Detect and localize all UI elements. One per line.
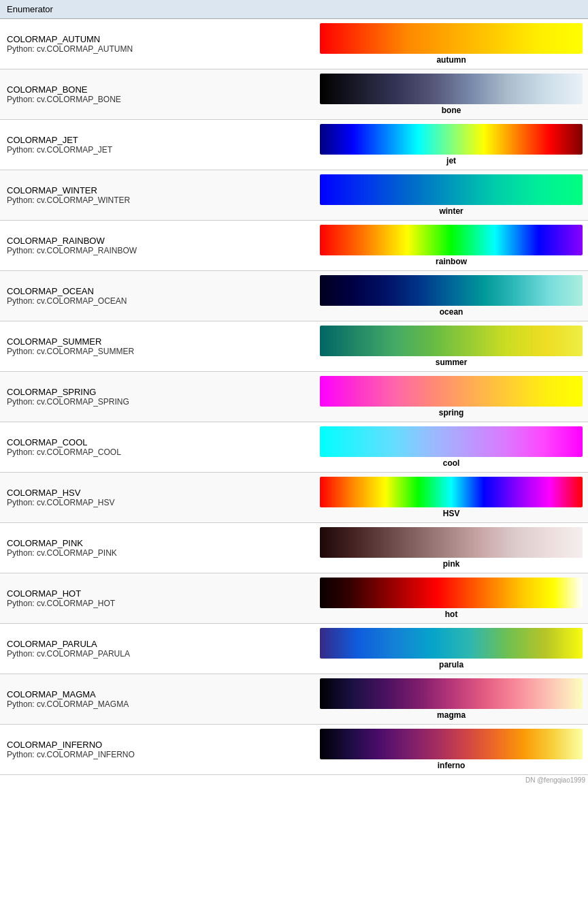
colormap-gradient-cell: ocean (314, 271, 588, 321)
colormap-name-cell: COLORMAP_COOL Python: cv.COLORMAP_COOL (0, 422, 314, 473)
colormap-gradient-cell: summer (314, 321, 588, 372)
colormap-name-cell: COLORMAP_PARULA Python: cv.COLORMAP_PARU… (0, 624, 314, 674)
colormap-python-name: Python: cv.COLORMAP_WINTER (7, 195, 308, 205)
colormap-gradient-cell: hot (314, 573, 588, 624)
gradient-bar-spring (320, 376, 583, 407)
table-row: COLORMAP_WINTER Python: cv.COLORMAP_WINT… (0, 170, 588, 221)
colormap-name-cell: COLORMAP_RAINBOW Python: cv.COLORMAP_RAI… (0, 221, 314, 271)
watermark-text: DN @fengqiao1999 (525, 776, 585, 784)
colormap-enum-name: COLORMAP_INFERNO (7, 740, 308, 750)
colormap-name-cell: COLORMAP_OCEAN Python: cv.COLORMAP_OCEAN (0, 271, 314, 321)
gradient-bar-parula (320, 628, 583, 659)
colormap-python-name: Python: cv.COLORMAP_INFERNO (7, 750, 308, 759)
colormap-gradient-cell: inferno (314, 725, 588, 775)
gradient-bar-magma (320, 678, 583, 709)
colormap-name-cell: COLORMAP_INFERNO Python: cv.COLORMAP_INF… (0, 725, 314, 775)
gradient-label-ocean: ocean (320, 307, 583, 317)
colormap-enum-name: COLORMAP_PINK (7, 538, 308, 548)
table-row: COLORMAP_BONE Python: cv.COLORMAP_BONE b… (0, 69, 588, 120)
gradient-bar-inferno (320, 729, 583, 759)
gradient-bar-bone (320, 74, 583, 104)
colormap-name-cell: COLORMAP_HSV Python: cv.COLORMAP_HSV (0, 473, 314, 523)
gradient-bar-hsv (320, 477, 583, 507)
table-row: COLORMAP_SPRING Python: cv.COLORMAP_SPRI… (0, 372, 588, 422)
colormap-enum-name: COLORMAP_AUTUMN (7, 34, 308, 44)
table-row: COLORMAP_JET Python: cv.COLORMAP_JET jet (0, 120, 588, 170)
colormap-name-cell: COLORMAP_JET Python: cv.COLORMAP_JET (0, 120, 314, 170)
gradient-bar-ocean (320, 275, 583, 306)
gradient-bar-autumn (320, 23, 583, 54)
gradient-bar-summer (320, 326, 583, 356)
colormap-gradient-cell: parula (314, 624, 588, 674)
colormap-enum-name: COLORMAP_SPRING (7, 387, 308, 397)
watermark: DN @fengqiao1999 (0, 775, 588, 785)
colormap-python-name: Python: cv.COLORMAP_OCEAN (7, 296, 308, 306)
colormap-enum-name: COLORMAP_COOL (7, 437, 308, 447)
colormap-python-name: Python: cv.COLORMAP_SPRING (7, 397, 308, 407)
colormap-enum-name: COLORMAP_JET (7, 135, 308, 145)
colormap-python-name: Python: cv.COLORMAP_HOT (7, 599, 308, 608)
colormap-name-cell: COLORMAP_PINK Python: cv.COLORMAP_PINK (0, 523, 314, 573)
colormap-python-name: Python: cv.COLORMAP_SUMMER (7, 347, 308, 356)
table-row: COLORMAP_COOL Python: cv.COLORMAP_COOL c… (0, 422, 588, 473)
colormap-python-name: Python: cv.COLORMAP_AUTUMN (7, 44, 308, 54)
colormap-python-name: Python: cv.COLORMAP_RAINBOW (7, 246, 308, 255)
colormap-name-cell: COLORMAP_BONE Python: cv.COLORMAP_BONE (0, 69, 314, 120)
table-row: COLORMAP_PINK Python: cv.COLORMAP_PINK p… (0, 523, 588, 573)
table-row: COLORMAP_INFERNO Python: cv.COLORMAP_INF… (0, 725, 588, 775)
gradient-label-rainbow: rainbow (320, 257, 583, 266)
colormap-name-cell: COLORMAP_HOT Python: cv.COLORMAP_HOT (0, 573, 314, 624)
gradient-label-cool: cool (320, 458, 583, 468)
gradient-label-bone: bone (320, 106, 583, 115)
colormap-enum-name: COLORMAP_HOT (7, 588, 308, 599)
gradient-label-spring: spring (320, 408, 583, 417)
colormap-gradient-cell: rainbow (314, 221, 588, 271)
colormap-enum-name: COLORMAP_SUMMER (7, 336, 308, 347)
colormap-python-name: Python: cv.COLORMAP_BONE (7, 95, 308, 104)
gradient-label-hsv: HSV (320, 509, 583, 518)
gradient-label-jet: jet (320, 156, 583, 165)
table-row: COLORMAP_HSV Python: cv.COLORMAP_HSV HSV (0, 473, 588, 523)
colormap-enum-name: COLORMAP_RAINBOW (7, 236, 308, 246)
gradient-label-autumn: autumn (320, 55, 583, 65)
gradient-bar-winter (320, 174, 583, 205)
colormap-gradient-cell: pink (314, 523, 588, 573)
colormap-table: COLORMAP_AUTUMN Python: cv.COLORMAP_AUTU… (0, 19, 588, 775)
gradient-label-pink: pink (320, 559, 583, 569)
gradient-bar-rainbow (320, 225, 583, 255)
colormap-enum-name: COLORMAP_HSV (7, 488, 308, 498)
gradient-bar-hot (320, 578, 583, 608)
colormap-gradient-cell: spring (314, 372, 588, 422)
gradient-label-parula: parula (320, 660, 583, 669)
colormap-gradient-cell: bone (314, 69, 588, 120)
colormap-name-cell: COLORMAP_AUTUMN Python: cv.COLORMAP_AUTU… (0, 19, 314, 69)
colormap-python-name: Python: cv.COLORMAP_MAGMA (7, 699, 308, 709)
gradient-label-magma: magma (320, 710, 583, 720)
gradient-bar-pink (320, 527, 583, 558)
colormap-enum-name: COLORMAP_BONE (7, 84, 308, 95)
colormap-name-cell: COLORMAP_WINTER Python: cv.COLORMAP_WINT… (0, 170, 314, 221)
colormap-gradient-cell: magma (314, 674, 588, 725)
colormap-gradient-cell: winter (314, 170, 588, 221)
gradient-bar-jet (320, 124, 583, 155)
colormap-gradient-cell: cool (314, 422, 588, 473)
table-header: Enumerator (0, 0, 588, 19)
colormap-python-name: Python: cv.COLORMAP_PARULA (7, 649, 308, 659)
table-row: COLORMAP_RAINBOW Python: cv.COLORMAP_RAI… (0, 221, 588, 271)
gradient-label-hot: hot (320, 610, 583, 619)
colormap-enum-name: COLORMAP_PARULA (7, 639, 308, 649)
colormap-name-cell: COLORMAP_SPRING Python: cv.COLORMAP_SPRI… (0, 372, 314, 422)
colormap-enum-name: COLORMAP_MAGMA (7, 689, 308, 699)
table-row: COLORMAP_OCEAN Python: cv.COLORMAP_OCEAN… (0, 271, 588, 321)
colormap-name-cell: COLORMAP_SUMMER Python: cv.COLORMAP_SUMM… (0, 321, 314, 372)
gradient-bar-cool (320, 426, 583, 457)
table-row: COLORMAP_SUMMER Python: cv.COLORMAP_SUMM… (0, 321, 588, 372)
colormap-python-name: Python: cv.COLORMAP_COOL (7, 447, 308, 457)
colormap-gradient-cell: jet (314, 120, 588, 170)
colormap-enum-name: COLORMAP_WINTER (7, 185, 308, 195)
gradient-label-inferno: inferno (320, 761, 583, 770)
table-row: COLORMAP_HOT Python: cv.COLORMAP_HOT hot (0, 573, 588, 624)
gradient-label-summer: summer (320, 358, 583, 367)
header-title: Enumerator (7, 4, 53, 14)
table-row: COLORMAP_PARULA Python: cv.COLORMAP_PARU… (0, 624, 588, 674)
